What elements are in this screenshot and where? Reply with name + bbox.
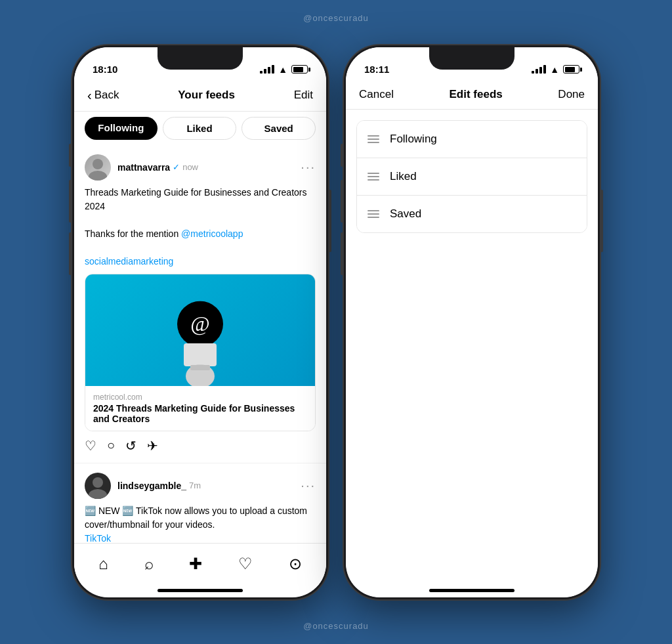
phone2-volume-down-button bbox=[341, 232, 343, 275]
power-button bbox=[329, 190, 331, 252]
post-2-time: 7m bbox=[189, 481, 201, 490]
share-button[interactable]: ✈ bbox=[147, 438, 158, 454]
phone2-signal-icon bbox=[532, 65, 546, 74]
post-2-content: 🆕 NEW 🆕 TikTok now allows you to upload … bbox=[85, 504, 316, 546]
repost-button[interactable]: ↺ bbox=[125, 438, 136, 454]
svg-point-7 bbox=[93, 477, 103, 488]
post-2-link[interactable]: TikTok bbox=[85, 533, 111, 544]
tab-saved[interactable]: Saved bbox=[242, 117, 316, 140]
mention-link[interactable]: @metricoolapp bbox=[181, 228, 243, 239]
svg-point-8 bbox=[89, 489, 107, 499]
back-button[interactable]: ‹ Back bbox=[87, 88, 119, 103]
status-icons-2: ▲ bbox=[532, 64, 579, 75]
phone-2: 18:11 ▲ bbox=[344, 45, 600, 599]
phone-1: 18:10 ▲ bbox=[72, 45, 328, 599]
phone2-silent-button bbox=[341, 144, 343, 167]
drag-handle-saved bbox=[368, 210, 379, 218]
post-1-username: mattnavarra bbox=[117, 162, 170, 173]
phone2-wifi-icon: ▲ bbox=[550, 64, 559, 75]
heart-icon: ♡ bbox=[238, 555, 253, 573]
watermark-bottom: @oncescuradu bbox=[303, 621, 369, 631]
signal-icon bbox=[260, 65, 274, 74]
post-1-more-button[interactable]: ··· bbox=[301, 160, 316, 175]
post-1: mattnavarra ✓ now ··· Threads Marketing … bbox=[74, 145, 326, 463]
comment-button[interactable]: ○ bbox=[107, 438, 115, 453]
page-title: Your feeds bbox=[178, 89, 235, 102]
status-icons-1: ▲ bbox=[260, 64, 308, 75]
volume-down-button bbox=[69, 232, 72, 275]
post-2-header: lindseygamble_ 7m ··· bbox=[85, 473, 316, 499]
hashtag-link[interactable]: socialmediamarketing bbox=[85, 256, 173, 267]
cancel-button[interactable]: Cancel bbox=[359, 88, 394, 101]
tab-search[interactable]: ⌕ bbox=[144, 555, 154, 573]
drag-handle-following bbox=[368, 135, 379, 143]
tab-home[interactable]: ⌂ bbox=[98, 555, 108, 573]
feed-label-saved: Saved bbox=[390, 207, 421, 221]
post-1-actions: ♡ ○ ↺ ✈ bbox=[85, 438, 316, 454]
tab-activity[interactable]: ♡ bbox=[238, 555, 253, 573]
edit-button[interactable]: Edit bbox=[294, 89, 313, 102]
post-1-time: now bbox=[182, 162, 198, 172]
feed-item-following[interactable]: Following bbox=[357, 121, 587, 158]
back-label: Back bbox=[94, 89, 119, 102]
card-domain: metricool.com bbox=[93, 393, 307, 402]
feed-item-liked[interactable]: Liked bbox=[357, 158, 587, 196]
phone2-battery-icon bbox=[563, 65, 579, 74]
drag-handle-liked bbox=[368, 173, 379, 181]
feed-label-following: Following bbox=[390, 133, 437, 146]
silent-button bbox=[69, 144, 72, 167]
feed-item-saved[interactable]: Saved bbox=[357, 196, 587, 232]
tab-compose[interactable]: ✚ bbox=[189, 555, 202, 573]
phone2-home-indicator bbox=[429, 589, 514, 592]
phone2-volume-up-button bbox=[341, 180, 343, 223]
post-1-avatar bbox=[85, 154, 111, 181]
svg-point-1 bbox=[89, 171, 107, 181]
tab-following[interactable]: Following bbox=[85, 117, 158, 140]
home-icon: ⌂ bbox=[98, 555, 108, 573]
post-1-card-meta: metricool.com 2024 Threads Marketing Gui… bbox=[85, 386, 315, 431]
verified-icon: ✓ bbox=[173, 162, 180, 172]
post-2-avatar bbox=[85, 473, 111, 499]
tab-bar: Following Liked Saved bbox=[74, 112, 326, 145]
notch bbox=[158, 47, 243, 70]
phone2-power-button bbox=[600, 190, 603, 252]
post-1-meta: mattnavarra ✓ now bbox=[117, 162, 198, 173]
status-time-1: 18:10 bbox=[93, 64, 117, 75]
post-2-more-button[interactable]: ··· bbox=[301, 478, 316, 493]
edit-feeds-nav: Cancel Edit feeds Done bbox=[346, 80, 598, 110]
feed-content: mattnavarra ✓ now ··· Threads Marketing … bbox=[74, 145, 326, 597]
volume-up-button bbox=[69, 180, 72, 223]
compose-icon: ✚ bbox=[189, 555, 202, 573]
search-icon: ⌕ bbox=[144, 555, 154, 573]
home-indicator bbox=[158, 589, 243, 592]
tab-profile[interactable]: ⊙ bbox=[289, 555, 302, 573]
battery-icon bbox=[291, 65, 308, 74]
done-button[interactable]: Done bbox=[558, 88, 585, 101]
svg-point-0 bbox=[93, 159, 103, 169]
phone2-notch bbox=[429, 47, 514, 70]
like-button[interactable]: ♡ bbox=[85, 438, 96, 454]
svg-text:@: @ bbox=[190, 312, 209, 335]
back-arrow-icon: ‹ bbox=[87, 88, 92, 103]
post-1-user: mattnavarra ✓ now bbox=[85, 154, 198, 181]
post-2-user: lindseygamble_ 7m bbox=[85, 473, 201, 499]
edit-feeds-title: Edit feeds bbox=[450, 88, 503, 101]
post-1-content: Threads Marketing Guide for Businesses a… bbox=[85, 186, 316, 268]
svg-rect-4 bbox=[184, 343, 217, 366]
tab-liked[interactable]: Liked bbox=[163, 117, 237, 140]
watermark-top: @oncescuradu bbox=[303, 13, 369, 23]
phone-1-screen: 18:10 ▲ bbox=[74, 47, 326, 597]
post-2-meta: lindseygamble_ 7m bbox=[117, 481, 201, 491]
edit-feeds-list: Following Liked bbox=[356, 120, 587, 233]
post-2-username: lindseygamble_ bbox=[117, 481, 186, 491]
profile-icon: ⊙ bbox=[289, 555, 302, 573]
post-1-card[interactable]: @ bbox=[85, 274, 316, 431]
status-time-2: 18:11 bbox=[364, 64, 389, 75]
wifi-icon: ▲ bbox=[278, 64, 287, 75]
phones-container: @oncescuradu 18:10 bbox=[0, 32, 672, 612]
phone-2-content: 18:11 ▲ bbox=[346, 47, 598, 597]
card-title: 2024 Threads Marketing Guide for Busines… bbox=[93, 403, 307, 424]
nav-bar-1: ‹ Back Your feeds Edit bbox=[74, 80, 326, 112]
phone-1-content: 18:10 ▲ bbox=[74, 47, 326, 597]
feed-label-liked: Liked bbox=[390, 170, 417, 183]
